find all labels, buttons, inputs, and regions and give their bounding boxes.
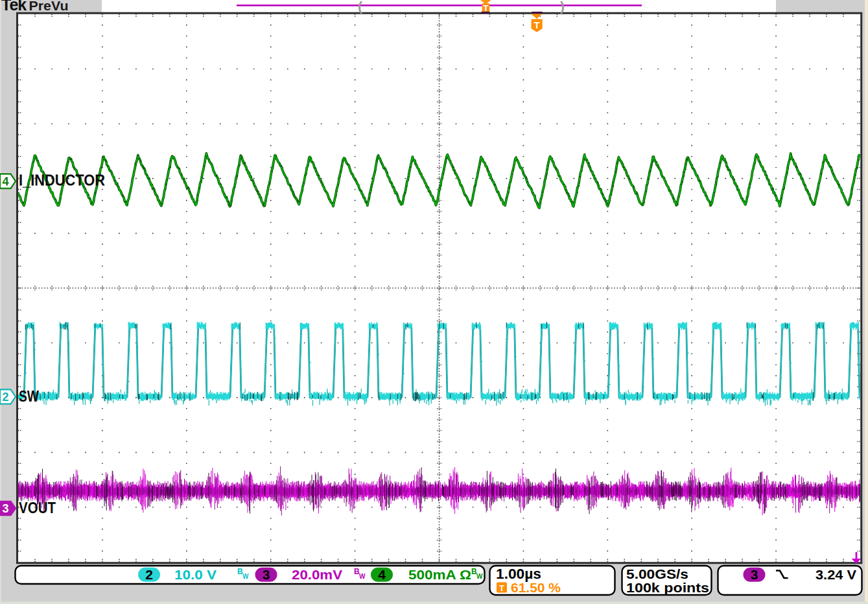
svg-text:T: T	[499, 583, 504, 593]
svg-text:W: W	[242, 573, 249, 580]
svg-text:(: (	[358, 0, 362, 14]
svg-text:100k points: 100k points	[626, 580, 709, 595]
svg-text:5.00GS/s: 5.00GS/s	[626, 566, 688, 581]
svg-text:500mA Ω: 500mA Ω	[408, 567, 471, 582]
svg-text:): )	[560, 0, 565, 14]
svg-text:3: 3	[751, 567, 758, 582]
svg-text:SW: SW	[19, 388, 39, 405]
svg-text:T: T	[534, 19, 540, 30]
svg-text:VOUT: VOUT	[19, 500, 56, 516]
svg-text:W: W	[476, 573, 483, 580]
svg-text:20.0mV: 20.0mV	[292, 567, 342, 582]
svg-text:1.00µs: 1.00µs	[496, 566, 541, 582]
svg-text:I_INDUCTOR: I_INDUCTOR	[19, 172, 105, 189]
svg-text:3.24 V: 3.24 V	[815, 567, 856, 582]
svg-text:4: 4	[378, 567, 386, 582]
svg-text:3: 3	[3, 502, 9, 515]
svg-text:3: 3	[263, 567, 270, 582]
svg-text:61.50 %: 61.50 %	[511, 580, 561, 595]
svg-text:4: 4	[3, 175, 9, 188]
svg-text:T: T	[483, 3, 489, 13]
svg-text:Tek: Tek	[1, 0, 27, 14]
svg-text:10.0 V: 10.0 V	[174, 567, 217, 582]
svg-text:W: W	[359, 573, 366, 580]
svg-text:2: 2	[3, 391, 9, 404]
svg-text:2: 2	[145, 567, 153, 582]
svg-text:PreVu: PreVu	[29, 0, 69, 13]
